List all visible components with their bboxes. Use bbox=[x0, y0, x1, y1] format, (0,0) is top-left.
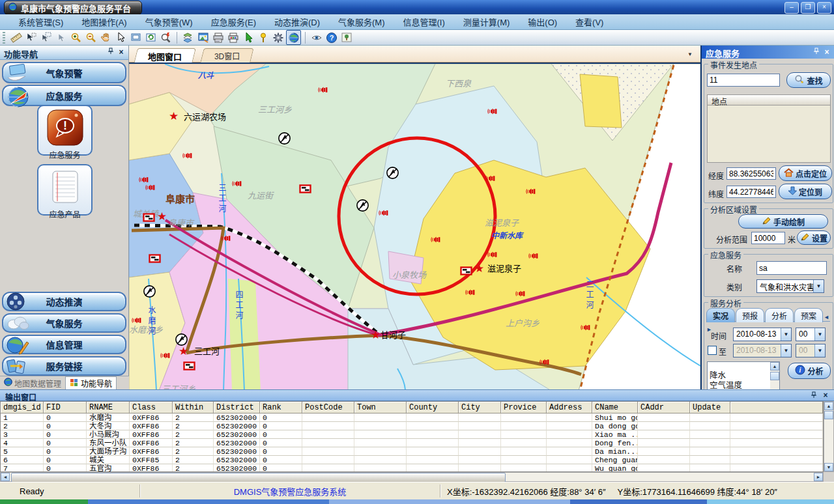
to-hour-select[interactable]: 00 ▼ bbox=[796, 344, 826, 357]
eye-icon[interactable] bbox=[309, 31, 323, 44]
tab-function-navigation[interactable]: 功能导航 bbox=[65, 376, 117, 389]
table-row[interactable]: 40东风一小队0XFF8626523020000Dong fen... bbox=[1, 439, 823, 447]
table-row[interactable]: 60城关0XFF8526523020000Cheng guan bbox=[1, 456, 823, 464]
pointer-icon[interactable] bbox=[114, 31, 128, 44]
tab-map-window[interactable]: 地图窗口 bbox=[134, 48, 196, 64]
close-icon[interactable]: × bbox=[821, 391, 830, 400]
column-header[interactable]: Address bbox=[547, 402, 592, 413]
menu-item[interactable]: 气象服务(M) bbox=[329, 16, 394, 28]
select-arrow-icon[interactable] bbox=[24, 31, 38, 44]
list-item[interactable]: 降水 bbox=[708, 371, 779, 381]
menu-item[interactable]: 输出(O) bbox=[519, 16, 566, 28]
full-extent-icon[interactable] bbox=[129, 31, 143, 44]
sidebar-item-dynamic-deduction[interactable]: 动态推演 bbox=[2, 292, 126, 311]
scroll-thumb[interactable] bbox=[824, 411, 833, 419]
analysis-range-input[interactable] bbox=[751, 232, 785, 244]
zoom-out-icon[interactable] bbox=[84, 31, 98, 44]
sidebar-item-information-management[interactable]: 信息管理 bbox=[2, 335, 126, 354]
refresh-icon[interactable] bbox=[144, 31, 158, 44]
emergency-product-shortcut[interactable]: 应急产品 bbox=[37, 164, 93, 216]
chevron-down-icon[interactable]: ▼ bbox=[781, 344, 791, 357]
place-pin-icon[interactable] bbox=[256, 31, 270, 44]
location-search-input[interactable] bbox=[707, 74, 780, 87]
column-header[interactable]: Rank bbox=[260, 402, 302, 413]
scroll-up-icon[interactable]: ▲ bbox=[824, 402, 833, 410]
menu-item[interactable]: 应急服务(E) bbox=[202, 16, 265, 28]
scrollbar[interactable]: ▲ bbox=[770, 362, 779, 389]
scroll-down-icon[interactable]: ▼ bbox=[824, 463, 833, 471]
sidebar-item-service-links[interactable]: 服务链接 bbox=[2, 356, 126, 376]
tab-plan[interactable]: 预案 bbox=[794, 308, 823, 322]
restore-button[interactable]: ❐ bbox=[801, 2, 815, 14]
column-header[interactable]: City bbox=[459, 402, 501, 413]
column-header[interactable]: County bbox=[407, 402, 459, 413]
menu-item[interactable]: 动态推演(D) bbox=[265, 16, 329, 28]
manual-draw-button[interactable]: 手动绘制 bbox=[738, 214, 828, 229]
element-list[interactable]: 降水 空气温度 ▲ bbox=[707, 361, 780, 389]
scroll-right-icon[interactable]: ► bbox=[814, 473, 823, 481]
tree-view-icon[interactable] bbox=[339, 31, 353, 44]
analyze-button[interactable]: i 分析 bbox=[788, 363, 831, 379]
location-list[interactable] bbox=[707, 105, 831, 163]
scroll-thumb[interactable] bbox=[11, 473, 506, 483]
search-button[interactable]: 查找 bbox=[786, 72, 831, 88]
pin-icon[interactable] bbox=[809, 391, 818, 400]
globe-icon[interactable] bbox=[286, 30, 301, 45]
table-row[interactable]: 50大面场子沟0XFF8626523020000Da mian... bbox=[1, 447, 823, 456]
service-name-input[interactable] bbox=[756, 261, 827, 275]
select-lasso-icon[interactable] bbox=[39, 31, 53, 44]
column-header[interactable]: Class bbox=[130, 402, 173, 413]
gear-icon[interactable] bbox=[271, 31, 285, 44]
pin-icon[interactable] bbox=[106, 48, 115, 57]
minimize-button[interactable]: – bbox=[784, 2, 799, 14]
click-locate-button[interactable]: 点击定位 bbox=[779, 165, 832, 181]
pan-hand-icon[interactable] bbox=[99, 31, 113, 44]
measure-ruler-icon[interactable] bbox=[9, 31, 23, 44]
chevron-down-icon[interactable]: ▼ bbox=[814, 328, 825, 341]
column-header[interactable]: Provice bbox=[501, 402, 547, 413]
scroll-left-icon[interactable]: ◄ bbox=[1, 473, 10, 481]
column-header[interactable]: PostCode bbox=[302, 402, 354, 413]
column-header[interactable]: Within bbox=[173, 402, 214, 413]
tab-forecast[interactable]: 预报 bbox=[736, 308, 764, 322]
green-pointer-icon[interactable] bbox=[241, 31, 255, 44]
pin-icon[interactable] bbox=[812, 48, 821, 57]
list-item[interactable]: 空气温度 bbox=[708, 381, 779, 389]
column-header[interactable]: Town bbox=[354, 402, 407, 413]
scroll-thumb[interactable] bbox=[770, 372, 779, 380]
close-button[interactable]: × bbox=[817, 2, 831, 14]
table-row[interactable]: 70五官沟0XFF8626523020000Wu guan gou bbox=[1, 464, 823, 472]
horizontal-scrollbar[interactable]: ◄ ► bbox=[0, 472, 824, 482]
set-button[interactable]: 设置 bbox=[797, 231, 831, 245]
table-row[interactable]: 30小马厩沟0XFF8626523020000Xiao ma ... bbox=[1, 430, 823, 439]
scroll-up-icon[interactable]: ▲ bbox=[770, 362, 779, 371]
menu-item[interactable]: 测量计算(M) bbox=[454, 16, 519, 28]
table-row[interactable]: 10水磨沟0XFF8626523020000Shui mo gou bbox=[1, 413, 823, 422]
column-header[interactable]: CAddr bbox=[638, 402, 690, 413]
layers-icon[interactable] bbox=[181, 31, 195, 44]
to-date-select[interactable]: 2010-08-13 ▼ bbox=[733, 344, 792, 357]
vertical-scrollbar[interactable]: ▲ ▼ bbox=[824, 401, 834, 472]
zoom-query-icon[interactable] bbox=[159, 31, 173, 44]
table-row[interactable]: 20大冬沟0XFF8626523020000Da dong gou bbox=[1, 422, 823, 430]
latitude-input[interactable] bbox=[726, 186, 776, 198]
chevron-down-icon[interactable]: ▼ bbox=[813, 280, 824, 292]
chevron-down-icon[interactable]: ▼ bbox=[685, 50, 695, 59]
column-header[interactable]: District bbox=[214, 402, 260, 413]
menu-item[interactable]: 查看(V) bbox=[566, 16, 612, 28]
hour-select[interactable]: 00 ▼ bbox=[796, 328, 826, 341]
sidebar-item-weather-warning[interactable]: 气象预警 bbox=[2, 62, 126, 83]
location-list-header[interactable]: 地点 bbox=[707, 94, 831, 105]
to-checkbox[interactable] bbox=[708, 346, 717, 355]
toolbar-grip[interactable] bbox=[3, 32, 5, 44]
column-header[interactable]: RNAME bbox=[87, 402, 130, 413]
longitude-input[interactable] bbox=[726, 167, 776, 180]
emergency-service-shortcut[interactable]: ! 应急服务 bbox=[37, 105, 93, 156]
print-icon[interactable] bbox=[211, 31, 225, 44]
help-icon[interactable]: ? bbox=[324, 31, 338, 44]
export-image-icon[interactable] bbox=[196, 31, 210, 44]
column-header[interactable]: Update bbox=[690, 402, 730, 413]
service-type-select[interactable]: 气象和洪水灾害 ▼ bbox=[756, 279, 824, 293]
tab-analysis[interactable]: 分析 bbox=[765, 308, 794, 322]
column-header[interactable]: FID bbox=[44, 402, 87, 413]
